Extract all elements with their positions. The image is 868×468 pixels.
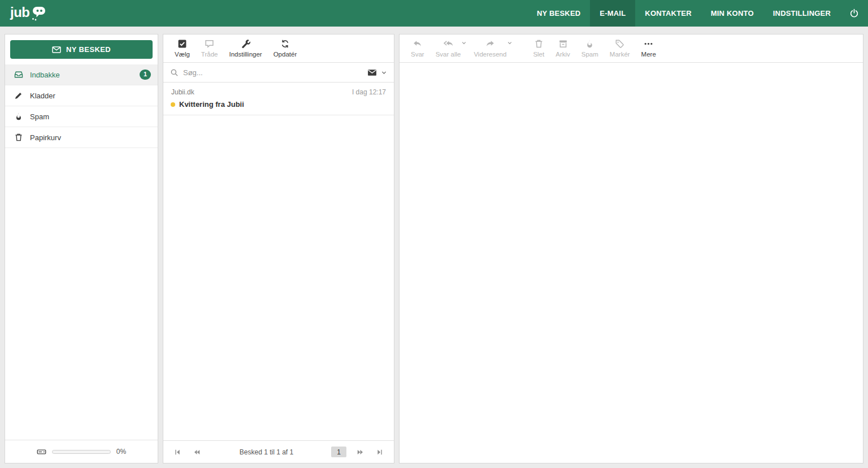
more-label: Mere — [641, 51, 656, 58]
archive-button[interactable]: Arkiv — [550, 39, 576, 58]
reply-label: Svar — [411, 51, 424, 58]
wrench-icon — [241, 39, 250, 49]
message-list: Jubii.dk I dag 12:17 Kvittering fra Jubi… — [163, 83, 394, 440]
chevron-down-icon — [461, 40, 467, 46]
top-nav: NY BESKED E-MAIL KONTAKTER MIN KONTO IND… — [527, 0, 868, 27]
prev-page-icon — [193, 448, 201, 456]
compose-button[interactable]: NY BESKED — [10, 40, 153, 59]
spam-button[interactable]: Spam — [576, 39, 604, 58]
ellipsis-icon — [644, 39, 653, 49]
unread-count-badge: 1 — [140, 70, 151, 79]
page-number-input[interactable] — [331, 447, 346, 457]
logo[interactable]: jub — [10, 0, 46, 27]
folder-spam[interactable]: Spam — [5, 106, 158, 127]
reply-button[interactable]: Svar — [405, 39, 430, 58]
tag-icon — [615, 39, 624, 49]
message-meta: Jubii.dk I dag 12:17 — [170, 87, 387, 100]
reply-all-label: Svar alle — [436, 51, 461, 58]
select-label: Vælg — [175, 51, 190, 58]
first-page-button[interactable] — [170, 446, 185, 458]
threads-label: Tråde — [201, 51, 218, 58]
folder-list: Indbakke 1 Kladder Spam Papirkurv — [5, 64, 158, 148]
search-bar — [163, 63, 394, 83]
archive-label: Arkiv — [555, 51, 570, 58]
nav-email[interactable]: E-MAIL — [590, 0, 635, 27]
search-icon — [170, 68, 179, 77]
folder-indbakke[interactable]: Indbakke 1 — [5, 64, 158, 85]
list-pagination: Besked 1 til 1 af 1 — [163, 440, 394, 463]
search-input[interactable] — [183, 68, 363, 77]
inbox-icon — [14, 70, 23, 79]
topbar: jub NY BESKED E-MAIL KONTAKTER MIN KONTO… — [0, 0, 868, 27]
message-view-body — [400, 63, 863, 463]
main-content: NY BESKED Indbakke 1 Kladder — [0, 27, 868, 468]
compose-label: NY BESKED — [66, 45, 111, 54]
unread-dot-icon — [171, 102, 175, 107]
message-toolbar: Svar Svar alle Videresend — [400, 34, 863, 63]
first-page-icon — [173, 448, 181, 456]
folder-papirkurv[interactable]: Papirkurv — [5, 127, 158, 148]
forward-button[interactable]: Videresend — [468, 39, 512, 58]
nav-ny-besked[interactable]: NY BESKED — [527, 0, 590, 27]
trash-icon — [534, 39, 544, 49]
reply-all-menu-button[interactable] — [461, 40, 467, 46]
disk-icon — [37, 447, 46, 457]
checkbox-icon — [177, 39, 187, 49]
folder-label: Papirkurv — [30, 133, 151, 142]
reply-icon — [413, 39, 422, 49]
spam-label: Spam — [581, 51, 598, 58]
chevron-down-icon — [507, 40, 513, 46]
nav-indstillinger[interactable]: INDSTILLINGER — [763, 0, 840, 27]
nav-min-konto[interactable]: MIN KONTO — [701, 0, 763, 27]
select-button[interactable]: Vælg — [169, 39, 196, 58]
storage-indicator: 0% — [5, 440, 158, 463]
refresh-button[interactable]: Opdatér — [268, 39, 303, 58]
message-date: I dag 12:17 — [352, 88, 386, 96]
folder-label: Kladder — [30, 92, 151, 100]
logout-button[interactable] — [840, 0, 868, 27]
archive-icon — [558, 39, 568, 49]
next-page-icon — [357, 448, 364, 456]
list-toolbar: Vælg Tråde Indstillinger Opdatér — [163, 34, 394, 63]
sidebar-spacer — [5, 148, 158, 440]
folder-label: Spam — [30, 112, 151, 121]
forward-icon — [485, 39, 495, 49]
message-list-panel: Vælg Tråde Indstillinger Opdatér — [163, 34, 394, 463]
logo-bubble-icon — [31, 6, 46, 21]
envelope-icon — [52, 45, 61, 54]
power-icon — [849, 8, 859, 18]
last-page-icon — [376, 448, 384, 456]
chevron-down-icon — [381, 70, 387, 76]
prev-page-button[interactable] — [189, 446, 204, 458]
storage-bar — [52, 450, 111, 454]
folder-label: Indbakke — [30, 71, 133, 79]
mark-button[interactable]: Markér — [604, 39, 636, 58]
message-view-panel: Svar Svar alle Videresend — [399, 34, 863, 463]
trash-icon — [14, 133, 23, 142]
reply-all-icon — [444, 39, 453, 49]
message-subject: Kvittering fra Jubii — [179, 100, 244, 109]
folder-kladder[interactable]: Kladder — [5, 85, 158, 106]
list-settings-button[interactable]: Indstillinger — [223, 39, 267, 58]
sidebar: NY BESKED Indbakke 1 Kladder — [5, 34, 158, 463]
nav-kontakter[interactable]: KONTAKTER — [635, 0, 701, 27]
flame-icon — [14, 112, 23, 121]
mail-icon — [367, 68, 377, 77]
forward-menu-button[interactable] — [507, 40, 513, 46]
delete-button[interactable]: Slet — [527, 39, 550, 58]
storage-percent: 0% — [116, 448, 126, 456]
refresh-label: Opdatér — [274, 51, 297, 58]
speech-bubble-icon — [205, 39, 214, 49]
threads-button[interactable]: Tråde — [196, 39, 224, 58]
message-sender: Jubii.dk — [171, 88, 194, 96]
forward-label: Videresend — [474, 51, 506, 58]
last-page-button[interactable] — [372, 446, 387, 458]
logo-text: jub — [10, 6, 30, 21]
refresh-icon — [280, 39, 290, 49]
message-item[interactable]: Jubii.dk I dag 12:17 Kvittering fra Jubi… — [163, 83, 394, 115]
next-page-button[interactable] — [353, 446, 368, 458]
delete-label: Slet — [533, 51, 544, 58]
more-button[interactable]: Mere — [636, 39, 662, 58]
pencil-icon — [14, 91, 23, 100]
list-filter-button[interactable] — [367, 68, 387, 77]
